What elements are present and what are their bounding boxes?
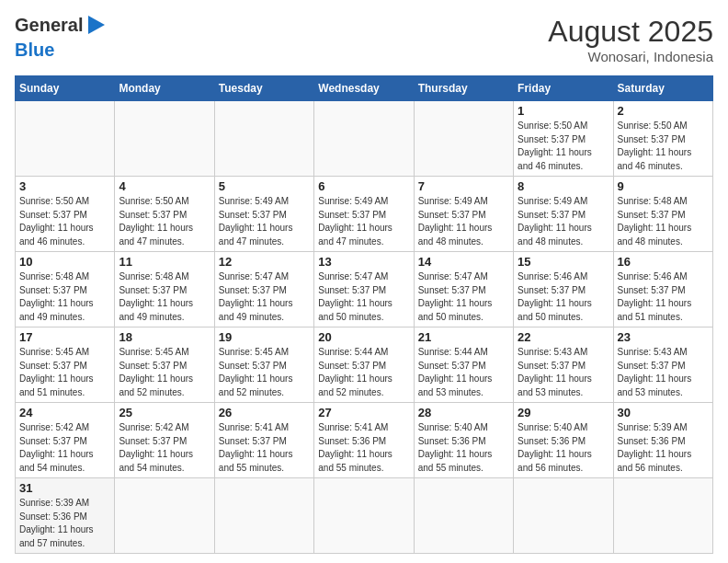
day-info: Sunrise: 5:41 AM Sunset: 5:36 PM Dayligh… [318, 421, 409, 475]
day-info: Sunrise: 5:47 AM Sunset: 5:37 PM Dayligh… [418, 270, 509, 324]
day-number: 2 [618, 104, 709, 118]
day-info: Sunrise: 5:50 AM Sunset: 5:37 PM Dayligh… [518, 120, 609, 173]
calendar-week-row: 31Sunrise: 5:39 AM Sunset: 5:36 PM Dayli… [16, 478, 713, 554]
calendar-cell: 11Sunrise: 5:48 AM Sunset: 5:37 PM Dayli… [115, 252, 214, 327]
day-header-friday: Friday [514, 76, 613, 101]
day-header-monday: Monday [115, 76, 214, 101]
calendar-cell [214, 101, 313, 177]
day-info: Sunrise: 5:47 AM Sunset: 5:37 PM Dayligh… [318, 270, 409, 324]
day-info: Sunrise: 5:50 AM Sunset: 5:37 PM Dayligh… [618, 120, 709, 173]
day-info: Sunrise: 5:46 AM Sunset: 5:37 PM Dayligh… [518, 270, 609, 324]
day-number: 7 [418, 179, 509, 193]
calendar-cell: 22Sunrise: 5:43 AM Sunset: 5:37 PM Dayli… [514, 327, 613, 403]
calendar-cell [16, 101, 115, 177]
day-info: Sunrise: 5:45 AM Sunset: 5:37 PM Dayligh… [219, 346, 310, 399]
day-number: 31 [19, 481, 110, 495]
calendar-header-row: SundayMondayTuesdayWednesdayThursdayFrid… [16, 76, 713, 101]
day-number: 20 [318, 330, 409, 344]
day-number: 27 [318, 406, 409, 419]
calendar-week-row: 17Sunrise: 5:45 AM Sunset: 5:37 PM Dayli… [16, 327, 713, 403]
day-info: Sunrise: 5:40 AM Sunset: 5:36 PM Dayligh… [418, 421, 509, 475]
calendar-cell [414, 478, 513, 554]
location: Wonosari, Indonesia [548, 49, 713, 64]
calendar-cell [115, 101, 214, 177]
calendar-week-row: 1Sunrise: 5:50 AM Sunset: 5:37 PM Daylig… [16, 101, 713, 177]
calendar-cell: 3Sunrise: 5:50 AM Sunset: 5:37 PM Daylig… [16, 177, 115, 252]
day-info: Sunrise: 5:44 AM Sunset: 5:37 PM Dayligh… [318, 346, 409, 399]
calendar-cell: 21Sunrise: 5:44 AM Sunset: 5:37 PM Dayli… [414, 327, 513, 403]
day-info: Sunrise: 5:48 AM Sunset: 5:37 PM Dayligh… [19, 270, 110, 324]
day-number: 18 [119, 330, 210, 344]
day-number: 5 [219, 179, 310, 193]
calendar-cell: 8Sunrise: 5:49 AM Sunset: 5:37 PM Daylig… [514, 177, 613, 252]
calendar-cell: 16Sunrise: 5:46 AM Sunset: 5:37 PM Dayli… [613, 252, 712, 327]
calendar-cell: 15Sunrise: 5:46 AM Sunset: 5:37 PM Dayli… [514, 252, 613, 327]
calendar-cell [613, 478, 712, 554]
calendar-cell: 18Sunrise: 5:45 AM Sunset: 5:37 PM Dayli… [115, 327, 214, 403]
day-info: Sunrise: 5:42 AM Sunset: 5:37 PM Dayligh… [19, 421, 110, 475]
day-number: 26 [219, 406, 310, 419]
calendar-cell: 7Sunrise: 5:49 AM Sunset: 5:37 PM Daylig… [414, 177, 513, 252]
page-header: General Blue August 2025 Wonosari, Indon… [15, 15, 713, 64]
day-number: 4 [119, 179, 210, 193]
calendar-cell: 19Sunrise: 5:45 AM Sunset: 5:37 PM Dayli… [214, 327, 313, 403]
calendar-table: SundayMondayTuesdayWednesdayThursdayFrid… [15, 75, 713, 554]
day-number: 1 [518, 104, 609, 118]
day-info: Sunrise: 5:44 AM Sunset: 5:37 PM Dayligh… [418, 346, 509, 399]
calendar-cell: 17Sunrise: 5:45 AM Sunset: 5:37 PM Dayli… [16, 327, 115, 403]
day-info: Sunrise: 5:40 AM Sunset: 5:36 PM Dayligh… [518, 421, 609, 475]
day-number: 22 [518, 330, 609, 344]
day-info: Sunrise: 5:48 AM Sunset: 5:37 PM Dayligh… [119, 270, 210, 324]
calendar-cell: 4Sunrise: 5:50 AM Sunset: 5:37 PM Daylig… [115, 177, 214, 252]
day-number: 21 [418, 330, 509, 344]
logo-general-text: General [15, 15, 83, 36]
day-number: 11 [119, 255, 210, 269]
calendar-cell: 30Sunrise: 5:39 AM Sunset: 5:36 PM Dayli… [613, 403, 712, 478]
day-info: Sunrise: 5:48 AM Sunset: 5:37 PM Dayligh… [618, 195, 709, 248]
calendar-cell: 6Sunrise: 5:49 AM Sunset: 5:37 PM Daylig… [314, 177, 414, 252]
calendar-cell: 26Sunrise: 5:41 AM Sunset: 5:37 PM Dayli… [214, 403, 313, 478]
day-info: Sunrise: 5:45 AM Sunset: 5:37 PM Dayligh… [19, 346, 110, 399]
day-info: Sunrise: 5:45 AM Sunset: 5:37 PM Dayligh… [119, 346, 210, 399]
day-number: 23 [618, 330, 709, 344]
day-header-wednesday: Wednesday [314, 76, 414, 101]
calendar-cell [314, 101, 414, 177]
calendar-cell: 31Sunrise: 5:39 AM Sunset: 5:36 PM Dayli… [16, 478, 115, 554]
calendar-cell: 9Sunrise: 5:48 AM Sunset: 5:37 PM Daylig… [613, 177, 712, 252]
day-info: Sunrise: 5:49 AM Sunset: 5:37 PM Dayligh… [219, 195, 310, 248]
calendar-cell: 23Sunrise: 5:43 AM Sunset: 5:37 PM Dayli… [613, 327, 712, 403]
logo: General Blue [15, 15, 105, 61]
day-header-sunday: Sunday [16, 76, 115, 101]
day-info: Sunrise: 5:50 AM Sunset: 5:37 PM Dayligh… [19, 195, 110, 248]
calendar-cell: 13Sunrise: 5:47 AM Sunset: 5:37 PM Dayli… [314, 252, 414, 327]
day-number: 3 [19, 179, 110, 193]
day-number: 25 [119, 406, 210, 419]
calendar-week-row: 3Sunrise: 5:50 AM Sunset: 5:37 PM Daylig… [16, 177, 713, 252]
day-info: Sunrise: 5:43 AM Sunset: 5:37 PM Dayligh… [618, 346, 709, 399]
day-number: 24 [19, 406, 110, 419]
day-info: Sunrise: 5:47 AM Sunset: 5:37 PM Dayligh… [219, 270, 310, 324]
day-number: 16 [618, 255, 709, 269]
day-number: 6 [318, 179, 409, 193]
calendar-cell: 24Sunrise: 5:42 AM Sunset: 5:37 PM Dayli… [16, 403, 115, 478]
day-info: Sunrise: 5:39 AM Sunset: 5:36 PM Dayligh… [19, 497, 110, 550]
day-number: 10 [19, 255, 110, 269]
calendar-cell [314, 478, 414, 554]
day-info: Sunrise: 5:46 AM Sunset: 5:37 PM Dayligh… [618, 270, 709, 324]
day-number: 28 [418, 406, 509, 419]
calendar-cell: 14Sunrise: 5:47 AM Sunset: 5:37 PM Dayli… [414, 252, 513, 327]
calendar-cell: 12Sunrise: 5:47 AM Sunset: 5:37 PM Dayli… [214, 252, 313, 327]
day-number: 17 [19, 330, 110, 344]
calendar-cell: 25Sunrise: 5:42 AM Sunset: 5:37 PM Dayli… [115, 403, 214, 478]
calendar-cell: 28Sunrise: 5:40 AM Sunset: 5:36 PM Dayli… [414, 403, 513, 478]
day-info: Sunrise: 5:49 AM Sunset: 5:37 PM Dayligh… [318, 195, 409, 248]
calendar-cell: 5Sunrise: 5:49 AM Sunset: 5:37 PM Daylig… [214, 177, 313, 252]
day-header-thursday: Thursday [414, 76, 513, 101]
day-info: Sunrise: 5:42 AM Sunset: 5:37 PM Dayligh… [119, 421, 210, 475]
title-block: August 2025 Wonosari, Indonesia [548, 15, 713, 64]
calendar-cell: 2Sunrise: 5:50 AM Sunset: 5:37 PM Daylig… [613, 101, 712, 177]
calendar-cell: 20Sunrise: 5:44 AM Sunset: 5:37 PM Dayli… [314, 327, 414, 403]
day-number: 30 [618, 406, 709, 419]
calendar-cell: 27Sunrise: 5:41 AM Sunset: 5:36 PM Dayli… [314, 403, 414, 478]
day-info: Sunrise: 5:43 AM Sunset: 5:37 PM Dayligh… [518, 346, 609, 399]
